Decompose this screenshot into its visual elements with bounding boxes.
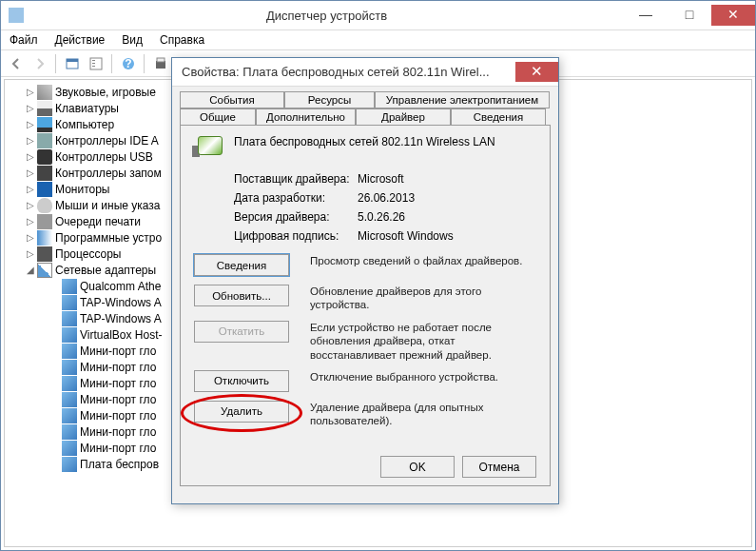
menu-action[interactable]: Действие [47, 31, 114, 49]
update-driver-button[interactable]: Обновить... [194, 285, 289, 306]
properties-icon[interactable] [85, 52, 107, 74]
driver-tab-body: Плата беспроводных сетей 802.11n Wireles… [180, 125, 551, 486]
expander-icon[interactable]: ▷ [24, 87, 37, 97]
expander-icon[interactable]: ▷ [24, 103, 37, 113]
uninstall-driver-button[interactable]: Удалить [194, 401, 289, 423]
disable-device-button[interactable]: Отключить [194, 370, 289, 392]
tab-power[interactable]: Управление электропитанием [375, 91, 550, 108]
rollback-driver-button: Откатить [194, 321, 289, 343]
expander-icon[interactable]: ▷ [24, 232, 37, 243]
titlebar: Диспетчер устройств — □ ✕ [1, 1, 755, 30]
device-icon [37, 246, 52, 262]
tree-item-label: Сетевые адаптеры [55, 264, 156, 277]
tree-item-label: Мини-порт гло [80, 442, 156, 455]
network-adapter-icon [62, 311, 77, 326]
date-label: Дата разработки: [234, 191, 358, 205]
tree-item-label: Мини-порт гло [80, 377, 156, 390]
tab-general[interactable]: Общие [180, 108, 256, 125]
tree-item-label: Мыши и иные указа [55, 199, 161, 212]
dialog-titlebar: Свойства: Плата беспроводных сетей 802.1… [172, 58, 558, 87]
dialog-title: Свойства: Плата беспроводных сетей 802.1… [172, 65, 515, 79]
driver-details-desc: Просмотр сведений о файлах драйверов. [310, 254, 522, 267]
properties-dialog: Свойства: Плата беспроводных сетей 802.1… [171, 57, 559, 504]
close-button[interactable]: ✕ [711, 5, 755, 26]
uninstall-driver-desc: Удаление драйвера (для опытных пользоват… [310, 401, 536, 428]
version-label: Версия драйвера: [234, 210, 358, 224]
tree-item-label: Qualcomm Athe [80, 280, 161, 293]
device-icon [37, 149, 52, 165]
device-icon [37, 117, 52, 132]
tree-item-label: VirtualBox Host- [80, 328, 162, 342]
forward-button[interactable] [29, 52, 50, 74]
expander-icon[interactable]: ◢ [24, 265, 37, 275]
tree-item-label: Мини-порт гло [80, 425, 156, 439]
svg-rect-5 [92, 66, 95, 67]
network-adapter-icon [62, 457, 77, 472]
svg-text:?: ? [125, 57, 131, 70]
device-icon [37, 263, 52, 278]
device-icon [37, 198, 52, 213]
dialog-close-button[interactable]: ✕ [515, 62, 558, 82]
menu-view[interactable]: Вид [113, 31, 151, 49]
network-adapter-icon [62, 441, 77, 456]
expander-icon[interactable]: ▷ [24, 135, 37, 146]
network-adapter-icon [62, 424, 77, 440]
network-adapter-icon [62, 279, 77, 294]
tree-item-label: Контроллеры запом [55, 167, 162, 180]
network-adapter-icon [62, 327, 77, 343]
window-title: Диспетчер устройств [29, 9, 624, 23]
provider-label: Поставщик драйвера: [234, 172, 358, 186]
expander-icon[interactable]: ▷ [24, 248, 37, 259]
tab-events[interactable]: События [180, 91, 284, 108]
expander-icon[interactable]: ▷ [24, 200, 37, 210]
network-adapter-icon [62, 344, 77, 359]
tree-item-label: Контроллеры IDE A [55, 134, 159, 148]
network-card-icon [194, 135, 224, 156]
menubar: Файл Действие Вид Справка [1, 30, 755, 50]
rollback-driver-desc: Если устройство не работает после обновл… [310, 321, 536, 362]
svg-rect-9 [157, 58, 165, 62]
show-hide-button[interactable] [61, 52, 83, 74]
signature-value: Microsoft Windows [358, 229, 454, 243]
tree-item-label: Компьютер [55, 118, 114, 131]
version-value: 5.0.26.26 [358, 210, 405, 224]
disable-device-desc: Отключение выбранного устройства. [310, 370, 498, 384]
menu-file[interactable]: Файл [1, 31, 47, 49]
svg-rect-2 [90, 58, 102, 69]
expander-icon[interactable]: ▷ [24, 184, 37, 194]
tree-item-label: Звуковые, игровые [55, 86, 156, 99]
tree-item-label: TAP-Windows A [80, 312, 162, 325]
back-button[interactable] [5, 52, 27, 74]
svg-rect-3 [92, 60, 95, 61]
tab-details[interactable]: Сведения [451, 108, 546, 125]
driver-details-button[interactable]: Сведения [194, 254, 289, 276]
tree-item-label: Плата беспров [80, 458, 159, 471]
device-icon [37, 85, 52, 100]
ok-button[interactable]: OK [380, 456, 455, 478]
network-adapter-icon [62, 360, 77, 375]
minimize-button[interactable]: — [624, 5, 668, 26]
expander-icon[interactable]: ▷ [24, 167, 37, 178]
tree-item-label: Мониторы [55, 183, 109, 196]
scan-icon[interactable] [149, 52, 171, 74]
network-adapter-icon [62, 392, 77, 407]
expander-icon[interactable]: ▷ [24, 151, 37, 162]
tab-advanced[interactable]: Дополнительно [256, 108, 356, 125]
tree-item-label: Клавиатуры [55, 102, 119, 115]
expander-icon[interactable]: ▷ [24, 119, 37, 129]
maximize-button[interactable]: □ [668, 5, 711, 26]
svg-rect-1 [67, 59, 78, 62]
tree-item-label: Контроллеры USB [55, 150, 153, 164]
expander-icon[interactable]: ▷ [24, 216, 37, 226]
menu-help[interactable]: Справка [151, 31, 213, 49]
device-icon [37, 214, 52, 229]
tab-resources[interactable]: Ресурсы [284, 91, 375, 108]
network-adapter-icon [62, 376, 77, 391]
tree-item-label: Мини-порт гло [80, 393, 156, 406]
provider-value: Microsoft [358, 172, 404, 186]
tree-item-label: Программные устро [55, 231, 162, 245]
date-value: 26.06.2013 [358, 191, 415, 205]
cancel-button[interactable]: Отмена [462, 456, 536, 478]
help-icon[interactable]: ? [117, 52, 139, 74]
tab-driver[interactable]: Драйвер [356, 108, 451, 125]
